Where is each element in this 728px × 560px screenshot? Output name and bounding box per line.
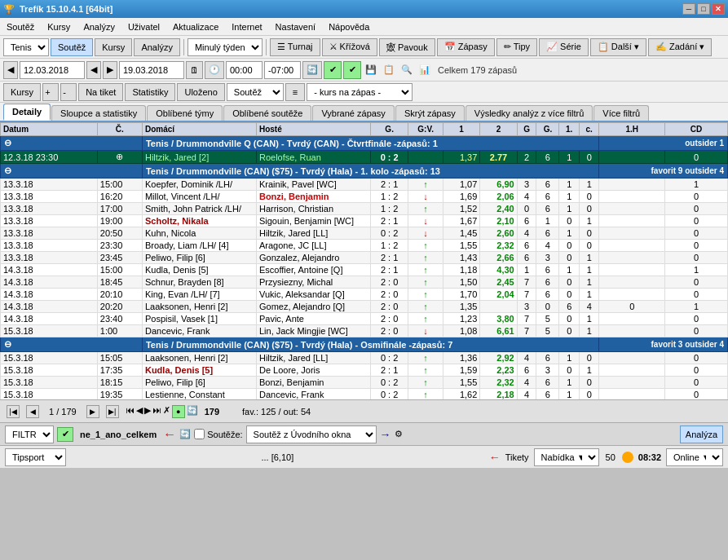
accept2-button[interactable]: ✔ [343,61,361,79]
cal-right-button[interactable]: ▶ [103,61,117,79]
refresh-button[interactable]: 🔄 [302,61,322,79]
online-select[interactable]: Online ▼ [666,448,723,466]
bookmaker-select[interactable]: Tipsport [5,448,66,466]
nabidka-select[interactable]: Nabídka ▼ [534,448,599,466]
menu-aktualizace[interactable]: Aktualizace [166,18,225,35]
clock-button[interactable]: 🕐 [205,61,224,79]
tab-detaily[interactable]: Detaily [3,104,51,121]
icon-btn-1[interactable]: ⏮ [126,405,135,418]
settings-button[interactable]: ⚙ [395,429,403,439]
menu-nastaveni[interactable]: Nastavení [269,18,323,35]
table-row[interactable]: 15.3.18 18:15 Peliwo, Filip [6] Bonzi, B… [1,377,728,389]
close-button[interactable]: ✕ [712,3,725,15]
soutez-button[interactable]: Soutěž [51,38,93,56]
prev-period-button[interactable]: ◀ [3,61,18,79]
search-icon-button[interactable]: 🔍 [399,61,415,79]
tab-sloupce[interactable]: Sloupce a statistiky [51,105,146,121]
maximize-button[interactable]: □ [697,3,710,15]
table-row[interactable]: 15.3.18 15:05 Laaksonen, Henri [2] Hiltz… [1,352,728,364]
souteze-checkbox[interactable] [194,429,205,439]
table-row[interactable]: 14.3.18 20:20 Laaksonen, Henri [2] Gomez… [1,301,728,313]
kursy-tb-button[interactable]: Kursy [3,83,41,101]
cal2-button[interactable]: 🗓 [186,61,203,79]
tab-skryt[interactable]: Skrýt zápasy [395,105,465,121]
kurs-dropdown[interactable]: - kurs na zápas - [307,83,413,101]
date-from-input[interactable] [20,61,85,79]
period-select[interactable]: Minulý týden [188,38,263,56]
tab-vice-filtru[interactable]: Více filtrů [593,105,649,121]
tab-oblibene-tymy[interactable]: Oblíbené týmy [147,105,223,121]
pavouk-button[interactable]: 🕸 Pavouk [379,38,435,56]
table-row[interactable]: 14.3.18 18:45 Schnur, Brayden [8] Przysi… [1,276,728,289]
table-row[interactable]: 13.3.18 23:45 Peliwo, Filip [6] Gonzalez… [1,252,728,264]
arrow-right-button[interactable]: → [380,428,391,441]
menu-internet[interactable]: Internet [225,18,268,35]
expand-btn[interactable]: ⊖ [4,339,11,349]
ulozeno-button[interactable]: Uloženo [177,83,224,101]
table-row[interactable]: 14.3.18 20:10 King, Evan /LH/ [7] Vukic,… [1,289,728,301]
refresh2-button[interactable]: 🔄 [179,429,191,439]
menu-soutez[interactable]: Soutěž [0,18,41,35]
krizova-button[interactable]: ⚔ Křížová [322,38,377,56]
table-row[interactable]: 15.3.18 17:35 Kudla, Denis [5] De Loore,… [1,364,728,377]
table-row[interactable]: 13.3.18 20:50 Kuhn, Nicola Hiltzik, Jare… [1,227,728,240]
menu-uzivatel[interactable]: Uživatel [121,18,166,35]
icon-btn-6[interactable]: ● [172,405,185,418]
icon-btn-7[interactable]: 🔄 [187,405,198,418]
table-row[interactable]: 15.3.18 19:35 Lestienne, Constant Dancev… [1,389,728,400]
expand-cell[interactable]: ⊖ [1,337,143,352]
menu-napoveda[interactable]: Nápověda [322,18,376,35]
icon-btn-3[interactable]: ▶ [144,405,151,418]
pager-next[interactable]: ▶ [86,405,99,418]
filtr-select[interactable]: FILTR [5,426,54,443]
expand-btn[interactable]: ⊖ [4,165,11,175]
pager-prev[interactable]: ◀ [26,405,39,418]
cal-left-button[interactable]: ◀ [86,61,101,79]
turnaj-button[interactable]: ☰ Turnaj [270,38,320,56]
expand-cell[interactable]: ⊖ [1,164,143,179]
icon-btn-4[interactable]: ⏭ [152,405,161,418]
add-button[interactable]: + [42,83,59,101]
analiza-button[interactable]: Analýza [680,426,723,443]
table-row[interactable]: 15.3.18 1:00 Dancevic, Frank Lin, Jack M… [1,325,728,337]
menu-analyzy[interactable]: Analýzy [77,18,121,35]
table-row[interactable]: 13.3.18 17:00 Smith, John Patrick /LH/ H… [1,203,728,215]
chart-icon-button[interactable]: 📊 [417,61,433,79]
menu-kursy[interactable]: Kursy [41,18,77,35]
filtr-accept-button[interactable]: ✔ [57,427,73,442]
statistiky-button[interactable]: Statistiky [125,83,175,101]
kursy-button[interactable]: Kursy [95,38,132,56]
soutez-dropdown[interactable]: Soutěž [227,83,284,101]
pager-first[interactable]: |◀ [7,405,20,418]
arrow-left-button[interactable]: ← [163,427,176,442]
tipy-button[interactable]: ✏ Tipy [496,38,537,56]
tab-oblibene-souteze[interactable]: Oblíbené soutěže [223,105,311,121]
tab-vybrane[interactable]: Vybrané zápasy [312,105,394,121]
sport-select[interactable]: Tenis [3,38,49,56]
time-from-input[interactable] [226,61,263,79]
tab-vysledky[interactable]: Výsledky analýz z více filtrů [465,105,593,121]
zadani-button[interactable]: ✍ Zadání ▾ [648,38,712,56]
expand-btn[interactable]: ⊖ [4,138,11,148]
time-to-input[interactable] [264,61,301,79]
minus-button[interactable]: - [60,83,77,101]
analyzy-button[interactable]: Analýzy [134,38,180,56]
minimize-button[interactable]: ─ [682,3,695,15]
souteze-select[interactable]: Soutěž z Úvodního okna [246,426,377,443]
dalsi-button[interactable]: 📋 Další ▾ [590,38,646,56]
save-icon-button[interactable]: 💾 [363,61,379,79]
accept-green-button[interactable]: ✔ [324,61,342,79]
soutez-icon-button[interactable]: ≡ [285,83,305,101]
zapasy-button[interactable]: 📅 Zápasy [437,38,495,56]
copy-icon-button[interactable]: 📋 [381,61,397,79]
date-to-input[interactable] [119,61,184,79]
expand-cell[interactable]: ⊖ [1,136,143,151]
table-row[interactable]: 14.3.18 23:40 Pospisil, Vasek [1] Pavic,… [1,313,728,325]
arrow-left2-button[interactable]: ← [489,451,501,464]
table-row[interactable]: 12.3.18 23:30 ⊕ Hiltzik, Jared [2] Roelo… [1,151,728,164]
icon-btn-2[interactable]: ◀ [136,405,143,418]
table-row[interactable]: 14.3.18 15:00 Kudla, Denis [5] Escoffier… [1,264,728,276]
table-row[interactable]: 13.3.18 19:00 Scholtz, Nikala Sigouin, B… [1,215,728,227]
pager-last[interactable]: ▶| [106,405,119,418]
table-row[interactable]: 13.3.18 16:20 Millot, Vincent /LH/ Bonzi… [1,191,728,203]
